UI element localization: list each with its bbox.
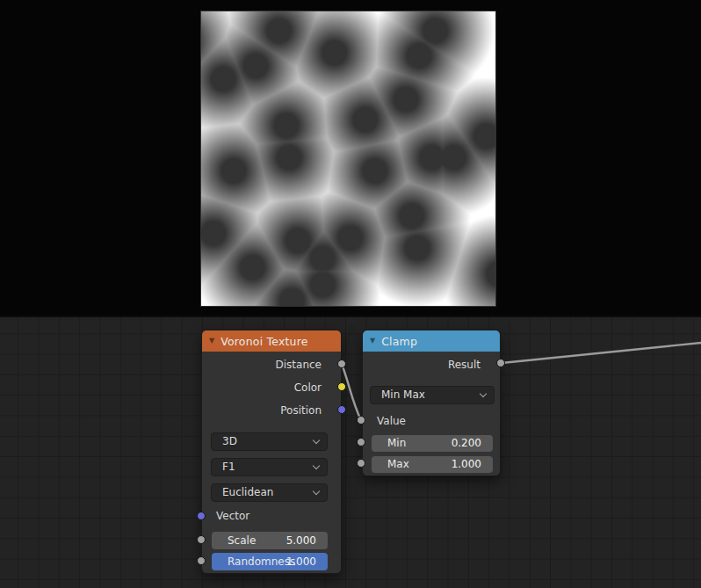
chevron-down-icon	[313, 461, 320, 468]
voronoi-dimensions-value: 3D	[222, 435, 237, 447]
voronoi-distance-metric-dropdown[interactable]: Euclidean	[211, 483, 328, 502]
clamp-max-field[interactable]: Max 1.000	[372, 456, 493, 473]
clamp-node-title: Clamp	[381, 335, 417, 348]
collapse-triangle-icon[interactable]: ▼	[370, 338, 375, 345]
voronoi-feature-value: F1	[222, 461, 235, 473]
voronoi-dimensions-dropdown[interactable]: 3D	[211, 432, 328, 451]
min-field-value: 0.200	[452, 435, 481, 452]
chevron-down-icon	[313, 436, 320, 443]
voronoi-texture-node[interactable]: ▼ Voronoi Texture Distance Color Positio…	[201, 330, 342, 574]
max-field-value: 1.000	[452, 456, 481, 473]
voronoi-output-color-label: Color	[202, 377, 341, 398]
voronoi-scale-field[interactable]: Scale 5.000	[212, 532, 328, 549]
blender-node-editor-screenshot: ▼ Voronoi Texture Distance Color Positio…	[0, 0, 701, 588]
voronoi-input-vector-label: Vector	[202, 505, 341, 526]
scale-field-value: 5.000	[286, 532, 316, 549]
max-field-label: Max	[387, 456, 409, 473]
clamp-output-result-label: Result	[363, 354, 500, 375]
clamp-node[interactable]: ▼ Clamp Result Min Max Value Min 0.200 M…	[362, 330, 501, 476]
clamp-input-value-label: Value	[363, 410, 500, 432]
voronoi-output-distance-label: Distance	[202, 354, 341, 375]
node-editor-canvas[interactable]	[0, 316, 701, 588]
image-preview-area	[0, 0, 701, 316]
voronoi-distance-metric-value: Euclidean	[222, 486, 273, 498]
voronoi-feature-dropdown[interactable]: F1	[211, 458, 328, 476]
voronoi-node-title: Voronoi Texture	[220, 335, 308, 348]
chevron-down-icon	[480, 389, 487, 396]
clamp-type-dropdown[interactable]: Min Max	[370, 386, 495, 404]
clamp-type-value: Min Max	[381, 388, 425, 401]
voronoi-randomness-field[interactable]: Randomness 1.000	[212, 553, 328, 570]
voronoi-texture-preview	[200, 11, 496, 307]
randomness-field-label: Randomness	[228, 553, 295, 570]
randomness-field-value: 1.000	[286, 553, 316, 570]
collapse-triangle-icon[interactable]: ▼	[209, 338, 214, 345]
clamp-node-header[interactable]: ▼ Clamp	[363, 330, 500, 352]
scale-field-label: Scale	[228, 532, 256, 549]
chevron-down-icon	[313, 487, 320, 494]
min-field-label: Min	[387, 435, 406, 452]
clamp-min-field[interactable]: Min 0.200	[372, 435, 493, 452]
voronoi-output-position-label: Position	[202, 400, 341, 421]
voronoi-node-header[interactable]: ▼ Voronoi Texture	[202, 330, 341, 352]
